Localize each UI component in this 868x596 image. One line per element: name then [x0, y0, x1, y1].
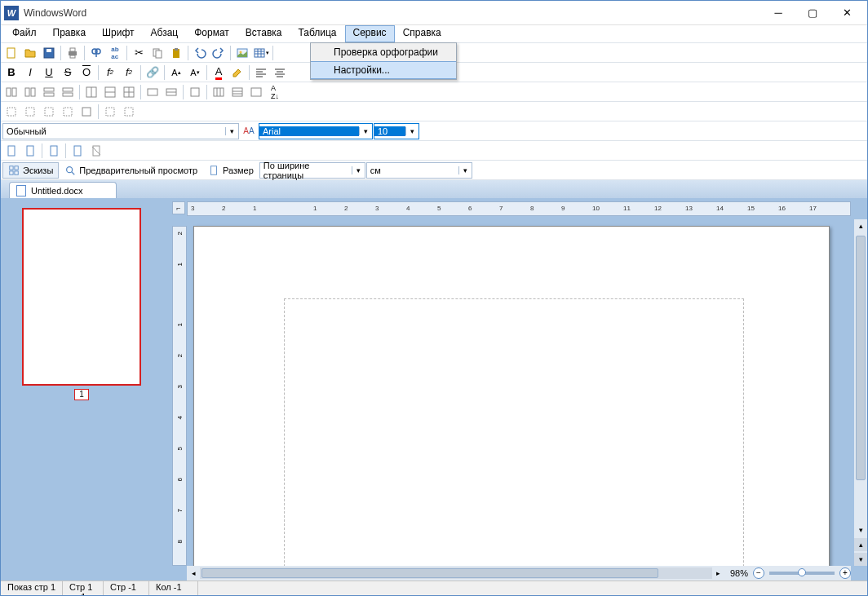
para-icon-12[interactable]	[228, 83, 246, 101]
ruler-corner[interactable]: ⌐	[172, 201, 185, 214]
para-icon-8[interactable]	[144, 83, 162, 101]
redo-icon[interactable]	[210, 44, 228, 62]
sort-icon[interactable]: AZ↓	[266, 83, 284, 101]
para-icon-7[interactable]	[120, 83, 138, 101]
scroll-left-icon[interactable]: ◂	[187, 569, 200, 577]
maximize-button[interactable]: ▢	[795, 2, 830, 24]
document-page[interactable]	[193, 226, 830, 566]
scrollbar-thumb[interactable]	[856, 236, 866, 480]
paste-icon[interactable]	[167, 44, 185, 62]
thumbnails-button[interactable]: Эскизы	[2, 162, 59, 179]
page-down-icon[interactable]: ▾	[854, 553, 867, 566]
border-icon-5[interactable]	[78, 103, 95, 121]
font-color-icon[interactable]: A	[210, 64, 228, 82]
menu-edit[interactable]: Правка	[45, 25, 95, 42]
horizontal-scrollbar[interactable]	[200, 567, 712, 579]
border-icon-6[interactable]	[101, 103, 119, 121]
unit-combo[interactable]: см ▾	[366, 162, 472, 179]
menu-service[interactable]: Сервис	[345, 25, 395, 42]
para-icon-4[interactable]	[59, 83, 77, 101]
font-dialog-icon[interactable]: AA	[240, 122, 258, 140]
menu-insert[interactable]: Вставка	[237, 25, 290, 42]
para-icon-3[interactable]	[40, 83, 58, 101]
menu-font[interactable]: Шрифт	[94, 25, 142, 42]
para-icon-2[interactable]	[21, 83, 39, 101]
subscript-icon[interactable]: f2	[101, 64, 119, 82]
scroll-up-icon[interactable]: ▴	[854, 219, 867, 232]
toolbar-docs	[1, 141, 867, 161]
menu-file[interactable]: Файл	[4, 25, 45, 42]
para-icon-9[interactable]	[162, 83, 180, 101]
align-center-icon[interactable]	[271, 64, 289, 82]
zoom-out-button[interactable]: −	[753, 567, 764, 579]
underline-icon[interactable]: U	[40, 64, 58, 82]
align-left-icon[interactable]	[252, 64, 270, 82]
menu-paragraph[interactable]: Абзац	[143, 25, 187, 42]
preview-button[interactable]: Предварительный просмотр	[60, 162, 202, 179]
size-button[interactable]: Размер	[203, 162, 259, 179]
size-combo[interactable]: 10 ▾	[374, 123, 419, 139]
replace-icon[interactable]: abac	[106, 44, 124, 62]
doc-icon-3[interactable]	[45, 142, 63, 160]
menu-format[interactable]: Формат	[186, 25, 237, 42]
bold-icon[interactable]: B	[2, 64, 20, 82]
increase-font-icon[interactable]: A▴	[167, 64, 185, 82]
vertical-scrollbar[interactable]: ▴ ▾ ▴ ▾	[854, 219, 867, 566]
border-icon-2[interactable]	[21, 103, 39, 121]
para-icon-1[interactable]	[2, 83, 20, 101]
open-icon[interactable]	[21, 44, 39, 62]
zoom-slider[interactable]	[769, 572, 835, 575]
scrollbar-thumb[interactable]	[202, 568, 658, 578]
doc-icon-4[interactable]	[69, 142, 86, 160]
save-icon[interactable]	[40, 44, 58, 62]
border-icon-4[interactable]	[59, 103, 77, 121]
para-icon-10[interactable]	[186, 83, 204, 101]
page-up-icon[interactable]: ▴	[854, 538, 867, 551]
style-combo[interactable]: Обычный ▾	[2, 123, 239, 139]
copy-icon[interactable]	[148, 44, 166, 62]
close-button[interactable]: ✕	[830, 2, 864, 24]
insert-image-icon[interactable]	[233, 44, 251, 62]
border-icon-7[interactable]	[120, 103, 138, 121]
scroll-right-icon[interactable]: ▸	[712, 569, 725, 577]
dropdown-spellcheck[interactable]: Проверка орфографии	[311, 43, 456, 61]
horizontal-ruler[interactable]: 3 2 1 1 2 3 4 5 6 7 8 9 10 11 12 13 14 1…	[187, 201, 851, 216]
border-icon-3[interactable]	[40, 103, 58, 121]
para-icon-11[interactable]	[210, 83, 228, 101]
undo-icon[interactable]	[191, 44, 209, 62]
menu-table[interactable]: Таблица	[290, 25, 344, 42]
font-combo[interactable]: Arial ▾	[259, 123, 373, 139]
zoom-in-button[interactable]: +	[839, 567, 851, 579]
page-scroll[interactable]	[187, 216, 854, 566]
strike-icon[interactable]: S	[59, 64, 77, 82]
superscript-icon[interactable]: f2	[120, 64, 138, 82]
doc-icon-2[interactable]	[21, 142, 39, 160]
overline-icon[interactable]: O	[78, 64, 95, 82]
new-doc-icon[interactable]	[2, 44, 20, 62]
dropdown-settings[interactable]: Настройки...	[311, 61, 456, 79]
italic-icon[interactable]: I	[21, 64, 39, 82]
para-icon-5[interactable]	[82, 83, 100, 101]
page-thumbnail[interactable]	[22, 208, 141, 386]
print-icon[interactable]	[64, 44, 82, 62]
document-tab[interactable]: Untitled.docx	[9, 182, 117, 198]
scroll-down-icon[interactable]: ▾	[854, 523, 867, 536]
insert-table-icon[interactable]: ▾	[252, 44, 270, 62]
highlight-icon[interactable]	[228, 64, 246, 82]
para-icon-6[interactable]	[101, 83, 119, 101]
cut-icon[interactable]: ✂	[130, 44, 148, 62]
zoom-percent: 98%	[725, 568, 753, 578]
doc-icon-1[interactable]	[2, 142, 20, 160]
decrease-font-icon[interactable]: A▾	[186, 64, 204, 82]
fit-combo[interactable]: По ширине страницы ▾	[259, 162, 365, 179]
slider-thumb[interactable]	[798, 568, 806, 576]
doc-icon-5[interactable]	[87, 142, 105, 160]
para-icon-13[interactable]	[247, 83, 265, 101]
link-icon[interactable]: 🔗	[144, 64, 162, 82]
vertical-ruler[interactable]: 2 1 1 2 3 4 5 6 7 8	[172, 226, 187, 566]
chevron-down-icon: ▾	[405, 127, 418, 135]
border-icon-1[interactable]	[2, 103, 20, 121]
menu-help[interactable]: Справка	[395, 25, 450, 42]
find-icon[interactable]	[87, 44, 105, 62]
minimize-button[interactable]: ─	[761, 2, 795, 24]
